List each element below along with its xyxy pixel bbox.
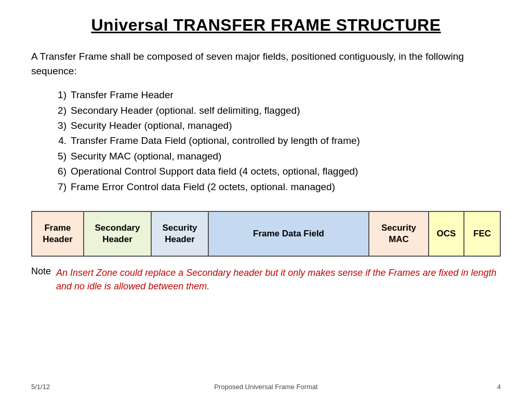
list-item: 3) Security Header (optional, managed)	[52, 118, 501, 133]
list-num: 2)	[52, 103, 66, 118]
list-text: Secondary Header (optional. self delimit…	[71, 103, 300, 118]
intro-paragraph: A Transfer Frame shall be composed of se…	[31, 49, 501, 78]
cell-ocs: OCS	[429, 212, 464, 256]
note-text: An Insert Zone could replace a Secondary…	[56, 266, 501, 293]
cell-security-header: SecurityHeader	[152, 212, 209, 256]
cell-fec: FEC	[464, 212, 500, 256]
field-list: 1) Transfer Frame Header 2) Secondary He…	[52, 87, 501, 194]
list-text: Security MAC (optional, managed)	[71, 149, 221, 164]
list-num: 7)	[52, 179, 66, 194]
footer-center-text: Proposed Universal Frame Format	[214, 383, 317, 391]
list-num: 4.	[52, 133, 66, 148]
list-num: 3)	[52, 118, 66, 133]
list-num: 5)	[52, 149, 66, 164]
list-item: 2) Secondary Header (optional. self deli…	[52, 103, 501, 118]
slide-container: Universal TRANSFER FRAME STRUCTURE A Tra…	[0, 0, 532, 399]
list-text: Security Header (optional, managed)	[71, 118, 232, 133]
list-num: 1)	[52, 87, 66, 102]
cell-frame-data: Frame Data Field	[209, 212, 369, 256]
list-num: 6)	[52, 164, 66, 179]
list-text: Operational Control Support data field (…	[71, 164, 358, 179]
footer: 5/1/12 Proposed Universal Frame Format 4	[31, 383, 501, 391]
list-item: 1) Transfer Frame Header	[52, 87, 501, 102]
note-section: Note An Insert Zone could replace a Seco…	[31, 266, 501, 293]
title-text-part1: Universal	[91, 16, 173, 34]
title-text-part2: TRANSFER FRAME STRUCTURE	[173, 16, 441, 34]
list-item: 7) Frame Error Control data Field (2 oct…	[52, 179, 501, 194]
slide-title: Universal TRANSFER FRAME STRUCTURE	[31, 16, 501, 35]
list-text: Transfer Frame Header	[71, 87, 174, 102]
frame-diagram: FrameHeader SecondaryHeader SecurityHead…	[31, 211, 501, 257]
list-text: Frame Error Control data Field (2 octets…	[71, 179, 335, 194]
list-text: Transfer Frame Data Field (optional, con…	[71, 133, 360, 148]
list-item: 5) Security MAC (optional, managed)	[52, 149, 501, 164]
note-label: Note	[31, 266, 51, 277]
footer-page: 4	[497, 383, 501, 391]
cell-security-mac: SecurityMAC	[369, 212, 429, 256]
cell-secondary-header: SecondaryHeader	[84, 212, 152, 256]
list-item: 6) Operational Control Support data fiel…	[52, 164, 501, 179]
list-item: 4. Transfer Frame Data Field (optional, …	[52, 133, 501, 148]
footer-date: 5/1/12	[31, 383, 50, 391]
cell-frame-header: FrameHeader	[32, 212, 84, 256]
